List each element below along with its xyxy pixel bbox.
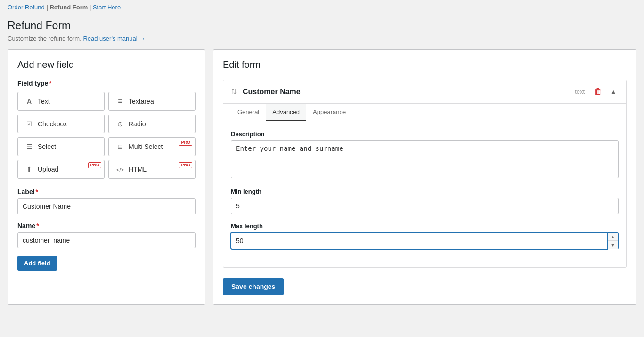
- name-input[interactable]: [17, 232, 196, 248]
- field-type-radio[interactable]: Radio: [108, 115, 196, 133]
- radio-icon: [115, 120, 125, 128]
- tab-advanced[interactable]: Advanced: [266, 104, 306, 121]
- name-required-star: *: [36, 222, 39, 230]
- manual-link[interactable]: Read user's manual →: [83, 35, 145, 42]
- field-type-grid: Text Textarea Checkbox Radio Select: [17, 92, 196, 179]
- upload-pro-badge: PRO: [88, 162, 101, 168]
- description-form-group: Description Enter your name and surname: [231, 131, 619, 180]
- add-field-button[interactable]: Add field: [17, 256, 57, 271]
- delete-field-button[interactable]: 🗑: [592, 86, 604, 98]
- add-field-panel: Add new field Field type* Text Textarea …: [8, 49, 205, 305]
- breadcrumb: Order Refund | Refund Form | Start Here: [0, 0, 644, 15]
- edit-form-title: Edit form: [223, 59, 627, 70]
- label-form-group: Label*: [17, 188, 196, 214]
- field-type-html[interactable]: HTML PRO: [108, 160, 196, 179]
- field-type-textarea-label: Textarea: [129, 98, 154, 105]
- save-changes-button[interactable]: Save changes: [223, 278, 284, 295]
- upload-icon: [24, 165, 34, 173]
- label-field-label: Label*: [17, 188, 196, 196]
- field-type-text[interactable]: Text: [17, 92, 105, 111]
- spinner-up-button[interactable]: ▲: [608, 233, 618, 241]
- breadcrumb-refund-form: Refund Form: [49, 4, 88, 11]
- field-type-textarea[interactable]: Textarea: [108, 92, 196, 111]
- add-field-title: Add new field: [17, 59, 196, 70]
- label-required-star: *: [36, 188, 38, 196]
- field-type-html-label: HTML: [129, 165, 147, 173]
- html-icon: [115, 165, 125, 173]
- field-type-upload[interactable]: Upload PRO: [17, 160, 105, 179]
- multiselect-icon: [115, 142, 125, 151]
- required-star: *: [49, 80, 51, 87]
- breadcrumb-order-refund[interactable]: Order Refund: [8, 4, 45, 11]
- text-icon: [24, 97, 34, 106]
- description-label: Description: [231, 131, 619, 138]
- spinner-buttons: ▲ ▼: [608, 232, 619, 249]
- tab-appearance[interactable]: Appearance: [306, 104, 352, 121]
- max-length-label: Max length: [231, 222, 619, 230]
- page-header: Refund Form Customize the refund form. R…: [0, 15, 644, 49]
- field-row-header: ⇅ Customer Name text 🗑 ▲: [223, 80, 626, 104]
- page-title: Refund Form: [8, 19, 636, 32]
- field-display-name: Customer Name: [243, 88, 575, 96]
- field-type-checkbox-label: Checkbox: [38, 120, 67, 128]
- max-length-input[interactable]: [231, 232, 608, 249]
- drag-handle-icon[interactable]: ⇅: [231, 87, 237, 96]
- html-pro-badge: PRO: [179, 162, 192, 168]
- max-length-form-group: Max length ▲ ▼: [231, 222, 619, 249]
- field-type-indicator: text: [575, 88, 585, 95]
- max-length-spinner-wrapper: ▲ ▼: [231, 232, 619, 249]
- field-type-text-label: Text: [38, 98, 50, 105]
- field-type-multiselect[interactable]: Multi Select PRO: [108, 137, 196, 156]
- multiselect-pro-badge: PRO: [179, 140, 192, 146]
- textarea-icon: [115, 97, 125, 106]
- field-type-select-label: Select: [38, 143, 56, 150]
- name-form-group: Name*: [17, 222, 196, 248]
- field-type-select[interactable]: Select: [17, 137, 105, 156]
- field-row: ⇅ Customer Name text 🗑 ▲ General Advance…: [223, 80, 627, 268]
- field-type-label: Field type*: [17, 80, 196, 87]
- select-icon: [24, 142, 34, 151]
- spinner-down-button[interactable]: ▼: [608, 241, 618, 249]
- field-type-upload-label: Upload: [38, 165, 58, 173]
- breadcrumb-start-here[interactable]: Start Here: [93, 4, 121, 11]
- field-row-actions: 🗑 ▲: [592, 86, 619, 98]
- edit-form-panel: Edit form ⇅ Customer Name text 🗑 ▲ Gener…: [213, 49, 636, 305]
- min-length-label: Min length: [231, 188, 619, 195]
- min-length-form-group: Min length: [231, 188, 619, 214]
- page-subtitle: Customize the refund form. Read user's m…: [8, 35, 636, 42]
- field-type-multiselect-label: Multi Select: [129, 143, 163, 150]
- checkbox-icon: [24, 120, 34, 128]
- collapse-field-button[interactable]: ▲: [608, 87, 619, 97]
- breadcrumb-separator-2: |: [90, 4, 93, 11]
- name-field-label: Name*: [17, 222, 196, 230]
- field-tabs: General Advanced Appearance: [223, 104, 626, 121]
- tab-general[interactable]: General: [231, 104, 266, 121]
- min-length-input[interactable]: [231, 198, 619, 214]
- field-type-radio-label: Radio: [129, 120, 146, 128]
- field-tab-content: Description Enter your name and surname …: [223, 121, 626, 267]
- description-textarea[interactable]: Enter your name and surname: [231, 140, 619, 178]
- field-type-section: Field type* Text Textarea Checkbox: [17, 80, 196, 179]
- label-input[interactable]: [17, 198, 196, 214]
- subtitle-text: Customize the refund form.: [8, 35, 82, 42]
- field-type-checkbox[interactable]: Checkbox: [17, 115, 105, 133]
